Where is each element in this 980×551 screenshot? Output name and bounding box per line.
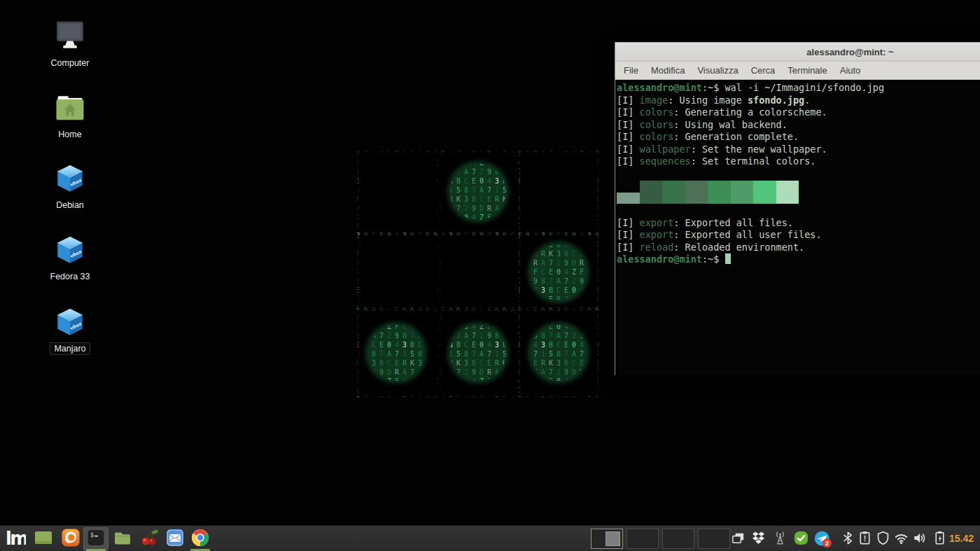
launcher-firefox[interactable] [58, 527, 83, 550]
workspace-3[interactable] [662, 529, 694, 549]
antenna-icon [772, 530, 788, 549]
bluetooth-icon [840, 530, 856, 549]
terminal-line: alessandro@mint:~$ [617, 253, 980, 266]
telegram-icon: 2 [813, 530, 832, 551]
check-circle-icon [793, 530, 809, 549]
tray-bluetooth[interactable] [840, 530, 856, 549]
terminal-titlebar[interactable]: alessandro@mint: ~ [615, 42, 980, 62]
chrome-icon [190, 528, 210, 550]
svg-text:$: $ [90, 531, 94, 538]
desktop-icon-computer[interactable]: Computer [28, 18, 112, 69]
terminal-title: alessandro@mint: ~ [668, 47, 980, 57]
tray-power[interactable] [932, 530, 948, 549]
desktop-icon-label: Manjaro [50, 342, 90, 355]
tray-window-list[interactable] [730, 530, 746, 549]
terminal-line: [I] wallpaper: Set the new wallpaper. [617, 144, 980, 156]
cherries-icon [139, 528, 159, 550]
show-desktop-icon [34, 528, 53, 550]
windows-icon [730, 530, 746, 549]
desktop-icon-debian[interactable]: vbox Debian [28, 162, 112, 211]
vbox-cube-icon: vbox [28, 162, 112, 197]
home-folder-icon [28, 90, 112, 126]
clock[interactable]: 15.42 [949, 533, 974, 544]
menu-item-file[interactable]: File [617, 63, 645, 78]
clipboard-alert-icon: ! [857, 530, 873, 549]
terminal-line: alessandro@mint:~$ wal -i ~/Immagini/sfo… [617, 82, 980, 95]
terminal-line: [I] colors: Generating a colorscheme. [617, 106, 980, 119]
workspace-window-thumb [606, 531, 620, 546]
launcher-terminal[interactable]: $ [83, 527, 108, 550]
menu-item-cerca[interactable]: Cerca [745, 63, 782, 78]
menu-item-aiuto[interactable]: Aiuto [834, 63, 867, 78]
svg-text:!: ! [864, 534, 867, 543]
terminal-output[interactable]: alessandro@mint:~$ wal -i ~/Immagini/sfo… [615, 80, 980, 374]
desktop-icon-fedora-33[interactable]: vbox Fedora 33 [28, 233, 112, 283]
launcher-cherries-app[interactable] [136, 527, 162, 550]
menu-item-terminale[interactable]: Terminale [781, 63, 833, 78]
launcher-file-manager[interactable] [110, 527, 135, 550]
computer-icon [28, 18, 112, 55]
vbox-cube-icon: vbox [28, 233, 112, 268]
tray-dropbox[interactable] [750, 530, 766, 549]
terminal-line: [I] export: Exported all user files. [617, 229, 980, 242]
svg-text:2: 2 [825, 539, 829, 547]
mint-logo-icon: lm [5, 527, 26, 551]
tray-notifications[interactable]: ! [857, 530, 873, 549]
desktop-icon-label: Home [54, 128, 85, 141]
wal-color-palette [617, 181, 799, 204]
speaker-icon [911, 530, 927, 549]
workspace-4[interactable] [698, 529, 730, 549]
matrix-tictactoe-wallpaper: A729DRCE04ZF87A7293BCE041587A7RK3BCE [356, 149, 601, 397]
launcher-mint-menu[interactable]: lm [3, 527, 28, 550]
desktop-icon-manjaro[interactable]: vbox Manjaro [28, 305, 112, 355]
terminal-line: [I] export: Exported all files. [617, 217, 980, 230]
launcher-mail[interactable] [162, 527, 188, 550]
desktop-icon-home[interactable]: Home [28, 90, 112, 141]
tray-network[interactable] [772, 530, 788, 549]
terminal-window[interactable]: alessandro@mint: ~ FileModificaVisualizz… [615, 42, 980, 375]
workspace-2[interactable] [626, 529, 659, 549]
tray-firewall[interactable] [875, 530, 891, 549]
tray-wifi[interactable] [893, 530, 909, 549]
shield-icon [875, 530, 891, 549]
tray-telegram[interactable]: 2 [813, 530, 832, 551]
terminal-menubar: FileModificaVisualizzaCercaTerminaleAiut… [615, 62, 980, 80]
terminal-line: [I] image: Using image sfondo.jpg. [617, 95, 980, 107]
firefox-icon [61, 528, 80, 550]
taskbar-panel: lm$ 2! 15.42 [0, 525, 980, 551]
folder-icon [113, 528, 132, 550]
desktop: A729DRCE04ZF87A7293BCE041587A7RK3BCE Com… [0, 0, 980, 551]
vbox-cube-icon: vbox [28, 305, 112, 340]
desktop-icon-label: Fedora 33 [46, 270, 94, 283]
menu-item-visualizza[interactable]: Visualizza [691, 63, 744, 78]
tray-volume[interactable] [911, 530, 927, 549]
terminal-line: [I] sequences: Set terminal colors. [617, 155, 980, 168]
launcher-show-desktop[interactable] [31, 527, 56, 550]
terminal-line: [I] colors: Using wal backend. [617, 119, 980, 132]
svg-text:lm: lm [6, 527, 26, 547]
terminal-line: [I] colors: Generation complete. [617, 131, 980, 144]
mail-icon [165, 528, 185, 550]
workspace-1[interactable] [591, 529, 623, 549]
terminal-line: [I] reload: Reloaded environment. [617, 242, 980, 254]
wifi-icon [893, 530, 909, 549]
launcher-chrome[interactable] [188, 527, 213, 550]
dropbox-icon [750, 530, 766, 549]
tray-update-manager[interactable] [793, 530, 809, 549]
desktop-icon-label: Computer [47, 57, 94, 69]
terminal-cursor [725, 253, 731, 264]
battery-bolt-icon [932, 530, 948, 549]
desktop-icon-label: Debian [52, 199, 88, 211]
menu-item-modifica[interactable]: Modifica [645, 63, 691, 78]
terminal-icon: $ [86, 528, 106, 550]
